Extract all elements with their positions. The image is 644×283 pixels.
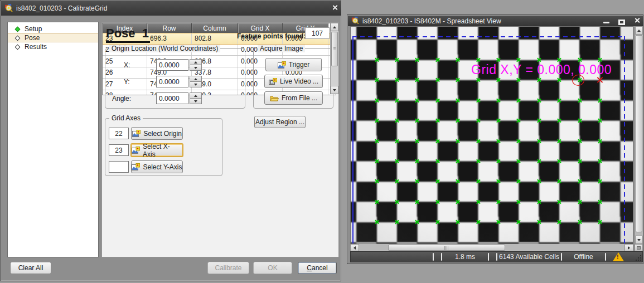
- feature-point-marker: [577, 118, 582, 123]
- cancel-button[interactable]: Cancel: [298, 262, 337, 274]
- tree-item-pose[interactable]: Pose: [8, 33, 98, 42]
- cancel-button-label: ancel: [312, 264, 328, 272]
- x-axis-index-field[interactable]: 23: [109, 144, 129, 156]
- trigger-button[interactable]: Trigger: [265, 58, 322, 71]
- feature-point-marker: [496, 179, 501, 184]
- feature-point-marker: [476, 118, 481, 123]
- dialog-title-bar[interactable]: is8402_010203 - CalibrateGrid: [1, 1, 341, 16]
- feature-point-marker: [476, 219, 481, 225]
- spreadsheet-view-window: is8402_010203 - IS8402M - Spreadsheet Vi…: [347, 14, 643, 264]
- feature-point-marker: [374, 219, 379, 225]
- window-title-bar[interactable]: is8402_010203 - IS8402M - Spreadsheet Vi…: [348, 16, 643, 26]
- feature-point-marker: [415, 159, 420, 164]
- cancel-button-label: C: [307, 264, 312, 272]
- feature-point-marker: [557, 98, 562, 103]
- select-point-icon: [132, 163, 140, 170]
- y-axis-index-field[interactable]: [109, 161, 129, 173]
- select-y-axis-button-label: Select Y-Axis: [143, 163, 182, 171]
- feature-point-marker: [415, 77, 420, 82]
- calibrate-button[interactable]: Calibrate: [207, 262, 249, 274]
- step-complete-icon: [15, 26, 21, 32]
- y-field[interactable]: 0.0000: [156, 76, 188, 87]
- calibration-image-view[interactable]: Grid X,Y = 0.000, 0.000: [350, 26, 633, 244]
- close-icon[interactable]: [332, 4, 338, 12]
- angle-field[interactable]: 0.0000: [156, 92, 188, 104]
- feature-point-marker: [456, 57, 461, 62]
- angle-stepper[interactable]: [190, 92, 202, 104]
- feature-point-marker: [597, 179, 602, 184]
- feature-point-marker: [456, 219, 461, 225]
- horizontal-scrollbar[interactable]: [350, 244, 633, 251]
- feature-point-marker: [557, 77, 562, 82]
- feature-point-marker: [516, 139, 521, 144]
- select-origin-button-label: Select Origin: [143, 130, 182, 138]
- feature-point-marker: [597, 57, 602, 62]
- feature-point-marker: [536, 77, 541, 82]
- scrollbar-corner-button[interactable]: [635, 244, 643, 251]
- select-x-axis-button[interactable]: Select X-Axis: [130, 143, 183, 157]
- maximize-icon[interactable]: [618, 17, 625, 25]
- select-origin-button[interactable]: Select Origin: [131, 127, 183, 140]
- live-video-button[interactable]: Live Video ...: [264, 75, 323, 88]
- available-cells: 6143 Available Cells: [497, 252, 561, 262]
- vertical-scrollbar[interactable]: [635, 26, 643, 244]
- feature-point-marker: [415, 219, 420, 225]
- feature-point-marker: [597, 118, 602, 123]
- tree-item-results[interactable]: Results: [8, 42, 98, 51]
- table-header-row[interactable]: Row: [147, 23, 192, 33]
- feature-point-marker: [476, 179, 481, 184]
- feature-point-marker: [394, 98, 399, 103]
- feature-point-marker: [536, 199, 541, 204]
- resize-grip[interactable]: [640, 260, 641, 261]
- feature-point-marker: [456, 118, 461, 123]
- table-header-column[interactable]: Column: [192, 23, 238, 33]
- feature-point-marker: [577, 98, 582, 103]
- feature-point-marker: [577, 57, 582, 62]
- feature-point-marker: [496, 139, 501, 144]
- feature-point-marker: [496, 98, 501, 103]
- x-stepper[interactable]: [190, 59, 202, 71]
- close-icon[interactable]: [634, 17, 640, 25]
- table-cell: 696.3: [147, 33, 192, 44]
- feature-point-marker: [577, 179, 582, 184]
- table-scrollbar[interactable]: [330, 23, 336, 94]
- grid-xy-overlay-text: Grid X,Y = 0.000, 0.000: [471, 62, 612, 77]
- select-y-axis-button[interactable]: Select Y-Axis: [131, 160, 183, 173]
- trigger-button-label: Trigger: [289, 61, 310, 69]
- feature-point-marker: [496, 159, 501, 164]
- table-header-grid-x[interactable]: Grid X: [238, 23, 283, 33]
- pose-panel: Pose 1 Feature points found: 107 Origin …: [101, 22, 339, 257]
- app-icon: [351, 16, 359, 26]
- feature-point-marker: [597, 199, 602, 204]
- y-stepper[interactable]: [190, 76, 202, 87]
- from-file-button[interactable]: From File ...: [264, 91, 323, 105]
- feature-point-marker: [557, 118, 562, 123]
- ok-button[interactable]: OK: [253, 262, 292, 274]
- pose-title: Pose 1: [106, 26, 150, 43]
- tree-item-setup[interactable]: Setup: [8, 25, 98, 33]
- origin-location-group-title: Origin Location (World Coordinates): [109, 45, 220, 52]
- feature-point-marker: [597, 219, 602, 225]
- feature-point-marker: [435, 118, 440, 123]
- feature-point-marker: [435, 77, 440, 82]
- warning-icon[interactable]: [606, 252, 631, 262]
- origin-index-field[interactable]: 22: [109, 128, 129, 139]
- x-field[interactable]: 0.0000: [156, 59, 188, 71]
- minimize-icon[interactable]: [603, 17, 609, 25]
- feature-point-marker: [456, 159, 461, 164]
- feature-point-marker: [516, 199, 521, 204]
- feature-point-marker: [516, 118, 521, 123]
- feature-point-marker: [516, 98, 521, 103]
- feature-point-marker: [415, 57, 420, 62]
- clear-all-button[interactable]: Clear All: [10, 262, 51, 274]
- feature-point-marker: [374, 98, 379, 103]
- acquire-image-group: Acquire Image Trigger Live Video ... Fro…: [253, 48, 333, 109]
- feature-point-marker: [577, 139, 582, 144]
- feature-point-marker: [597, 139, 602, 144]
- feature-point-marker: [496, 77, 501, 82]
- feature-point-marker: [456, 77, 461, 82]
- adjust-region-button[interactable]: Adjust Region ...: [254, 116, 306, 128]
- feature-point-marker: [597, 159, 602, 164]
- calibrate-grid-dialog: is8402_010203 - CalibrateGrid Setup Pose…: [0, 0, 341, 281]
- feature-point-marker: [536, 118, 541, 123]
